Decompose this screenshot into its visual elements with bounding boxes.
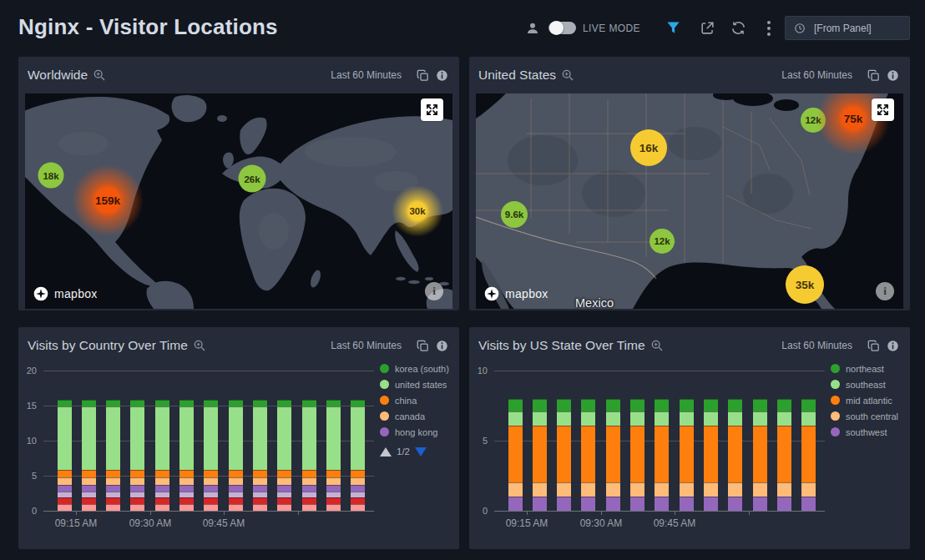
legend-item[interactable]: canada	[380, 408, 449, 424]
stacked-bar[interactable]	[253, 400, 267, 511]
plot-area: 051009:15 AM09:30 AM09:45 AM	[494, 371, 825, 511]
mapbox-logo[interactable]: mapbox	[483, 285, 548, 302]
map-marker[interactable]: 18k	[38, 163, 64, 189]
map-marker[interactable]: 30k	[392, 185, 443, 237]
expand-icon[interactable]	[872, 98, 894, 121]
map-marker-value: 12k	[654, 236, 670, 246]
mapbox-logo[interactable]: mapbox	[33, 285, 98, 302]
zoom-in-icon[interactable]	[561, 68, 574, 82]
legend-page-down-icon[interactable]	[415, 447, 427, 457]
x-axis-label: 09:45 AM	[190, 517, 257, 529]
bar-segment	[801, 497, 816, 511]
zoom-in-icon[interactable]	[93, 68, 106, 82]
legend-item[interactable]: south central	[831, 408, 898, 424]
legend-item[interactable]: northeast	[831, 361, 898, 376]
kebab-menu-icon[interactable]	[766, 20, 771, 37]
expand-icon[interactable]	[421, 98, 443, 121]
legend-item[interactable]: mid atlantic	[831, 392, 898, 408]
bar-segment	[253, 477, 267, 484]
bar-segment	[704, 399, 718, 411]
legend-item[interactable]: china	[380, 392, 449, 408]
bar-segment	[204, 485, 218, 492]
stacked-bar[interactable]	[704, 399, 718, 511]
stacked-bar[interactable]	[655, 399, 669, 511]
stacked-bar[interactable]	[630, 399, 644, 511]
stacked-bar[interactable]	[277, 400, 291, 511]
stacked-bar[interactable]	[179, 400, 194, 511]
info-icon[interactable]	[887, 69, 899, 82]
map-marker[interactable]: 159k	[72, 164, 144, 236]
stacked-bar[interactable]	[728, 399, 742, 511]
us-map[interactable]: Mexico 12k75k16k9.6k12k35k mapbox i	[476, 93, 903, 309]
bar-segment	[155, 470, 169, 478]
stacked-bar[interactable]	[82, 400, 96, 511]
bar-segment	[155, 492, 169, 497]
chart-legend: korea (south)united stateschinacanadahon…	[380, 361, 449, 460]
world-map[interactable]: 18k159k26k30k mapbox i	[25, 93, 452, 309]
mapbox-wordmark: mapbox	[505, 287, 548, 300]
stacked-bar[interactable]	[204, 400, 218, 511]
time-range-picker[interactable]: [From Panel]	[785, 16, 910, 40]
map-marker[interactable]: 16k	[630, 129, 667, 166]
stacked-bar[interactable]	[557, 399, 571, 511]
bar-segment	[630, 426, 644, 483]
stacked-bar[interactable]	[606, 399, 620, 511]
bar-segment	[229, 492, 243, 497]
bar-segment	[351, 485, 365, 492]
bar-segment	[326, 504, 341, 511]
stacked-bar[interactable]	[533, 399, 547, 511]
info-icon[interactable]	[436, 69, 448, 82]
stacked-bar[interactable]	[106, 400, 120, 511]
filter-icon[interactable]	[665, 20, 681, 36]
copy-icon[interactable]	[417, 69, 429, 82]
stacked-bar[interactable]	[58, 400, 72, 511]
bar-segment	[179, 406, 194, 470]
stacked-bar[interactable]	[581, 399, 595, 511]
bar-segment	[508, 497, 523, 511]
map-marker[interactable]: 26k	[239, 165, 266, 193]
bar-segment	[728, 482, 742, 497]
user-icon[interactable]	[525, 21, 540, 36]
bar-segment	[229, 504, 243, 511]
live-mode-toggle[interactable]	[548, 22, 576, 34]
legend-item[interactable]: korea (south)	[380, 361, 449, 376]
map-attribution-info-icon[interactable]: i	[425, 282, 443, 300]
stacked-bar[interactable]	[753, 399, 767, 511]
legend-item[interactable]: southeast	[831, 376, 898, 392]
stacked-bar[interactable]	[130, 400, 144, 511]
bar-segment	[351, 406, 365, 470]
map-marker[interactable]: 12k	[650, 229, 675, 254]
bar-segment	[82, 470, 96, 478]
stacked-bar[interactable]	[508, 399, 523, 511]
bar-segment	[777, 482, 791, 497]
copy-icon[interactable]	[867, 69, 880, 82]
bar-segment	[728, 399, 742, 411]
legend-item[interactable]: united states	[380, 376, 449, 392]
stacked-bar[interactable]	[229, 400, 243, 511]
stacked-bar[interactable]	[302, 400, 316, 511]
bar-segment	[655, 426, 669, 483]
stacked-bar[interactable]	[680, 399, 694, 511]
legend-pager: 1/2	[380, 443, 449, 460]
share-icon[interactable]	[700, 20, 715, 36]
map-marker[interactable]: 35k	[786, 265, 824, 304]
legend-item[interactable]: hong kong	[380, 424, 449, 440]
visits-by-country-chart: 0510152009:15 AM09:30 AM09:45 AMkorea (s…	[18, 327, 459, 549]
y-axis-label: 0	[17, 506, 37, 516]
mapbox-wordmark: mapbox	[54, 287, 98, 300]
stacked-bar[interactable]	[155, 400, 169, 511]
map-marker[interactable]: 9.6k	[501, 201, 528, 228]
legend-page-up-icon[interactable]	[380, 447, 392, 457]
bar-segment	[606, 426, 620, 483]
map-attribution-info-icon[interactable]: i	[876, 282, 894, 300]
bar-segment	[630, 411, 644, 426]
refresh-icon[interactable]	[730, 20, 746, 36]
stacked-bar[interactable]	[351, 400, 365, 511]
map-marker-value: 26k	[244, 174, 260, 184]
legend-item[interactable]: southwest	[831, 424, 898, 440]
stacked-bar[interactable]	[326, 400, 341, 511]
map-marker-value: 16k	[639, 142, 659, 154]
stacked-bar[interactable]	[777, 399, 791, 511]
x-axis-tick	[749, 511, 750, 515]
stacked-bar[interactable]	[801, 399, 816, 511]
